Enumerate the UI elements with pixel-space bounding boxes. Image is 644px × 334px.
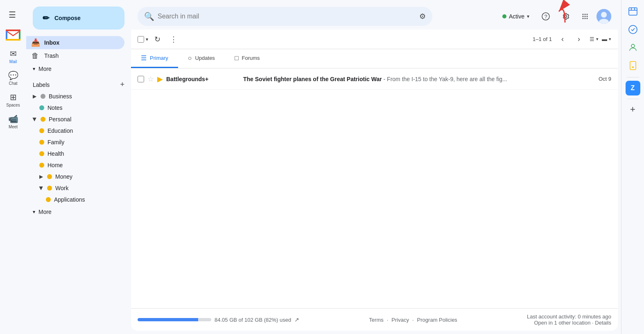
mail-icon: ✉ bbox=[8, 49, 18, 59]
nav-inbox[interactable]: 📥 Inbox bbox=[26, 36, 124, 49]
label-color-dot bbox=[41, 94, 45, 99]
label-work[interactable]: ▶ Work bbox=[26, 182, 124, 194]
terms-link[interactable]: Terms bbox=[369, 317, 383, 323]
label-home[interactable]: Home bbox=[26, 159, 124, 171]
nav-trash[interactable]: 🗑 Trash bbox=[26, 49, 124, 62]
expand-arrow-icon: ▶ bbox=[38, 186, 44, 190]
view-toggle[interactable]: ☰ ▾ bbox=[590, 36, 599, 42]
pagination-nav: ‹ › bbox=[555, 32, 586, 47]
calendar-app-icon[interactable] bbox=[625, 3, 641, 20]
email-sender: Battlegrounds+ bbox=[166, 76, 240, 82]
topbar-right: Active ▾ ? bbox=[497, 8, 611, 25]
label-notes[interactable]: Notes bbox=[26, 102, 124, 114]
keep-app-icon[interactable] bbox=[625, 57, 641, 74]
compose-button[interactable]: ✏ Compose bbox=[33, 7, 124, 30]
label-applications[interactable]: Applications bbox=[26, 194, 124, 205]
next-page-button[interactable]: › bbox=[572, 32, 586, 47]
sidebar-icons-panel: ☰ ✉ Mail 💬 Chat ⊞ Spaces 📹 Meet bbox=[0, 0, 26, 334]
search-input[interactable] bbox=[158, 13, 416, 20]
add-label-button[interactable]: + bbox=[120, 80, 124, 89]
tab-updates[interactable]: ○ Updates bbox=[178, 49, 225, 68]
apps-button[interactable] bbox=[577, 8, 593, 25]
labels-section: Labels + ▶ Business Notes ▶ Personal Edu… bbox=[26, 75, 131, 222]
gmail-logo-icon bbox=[6, 30, 20, 41]
expand-arrow-icon: ▶ bbox=[33, 93, 36, 99]
contacts-app-icon[interactable] bbox=[625, 39, 641, 56]
email-snippet: - From the I-15 to the Yak-9, here are a… bbox=[384, 76, 507, 82]
density-chevron-icon: ▾ bbox=[609, 36, 611, 42]
sidebar-icon-meet[interactable]: 📹 Meet bbox=[0, 111, 26, 132]
svg-point-8 bbox=[585, 14, 586, 15]
privacy-link[interactable]: Privacy bbox=[391, 317, 409, 323]
email-subject-snippet: The Soviet fighter planes of the Great P… bbox=[243, 76, 595, 82]
refresh-button[interactable]: ↻ bbox=[150, 32, 165, 47]
nav-more[interactable]: ▾ More bbox=[26, 62, 131, 75]
email-row[interactable]: ☆ ▶ Battlegrounds+ The Soviet fighter pl… bbox=[131, 68, 618, 90]
label-color-dot bbox=[41, 117, 45, 122]
compose-icon: ✏ bbox=[43, 13, 50, 23]
user-avatar[interactable] bbox=[597, 9, 611, 24]
svg-point-9 bbox=[587, 14, 588, 15]
meet-icon: 📹 bbox=[8, 114, 18, 124]
label-color-dot bbox=[47, 186, 52, 191]
storage-link-icon[interactable]: ↗ bbox=[294, 316, 299, 323]
tab-forums[interactable]: □ Forums bbox=[225, 49, 270, 68]
svg-point-12 bbox=[587, 16, 588, 17]
search-bar[interactable]: 🔍 ⚙ bbox=[138, 7, 432, 26]
keep-icon bbox=[628, 61, 638, 70]
svg-rect-19 bbox=[629, 8, 637, 15]
label-color-dot bbox=[39, 140, 44, 145]
sidebar-icon-chat[interactable]: 💬 Chat bbox=[0, 67, 26, 89]
svg-rect-2 bbox=[19, 31, 20, 40]
star-icon[interactable]: ☆ bbox=[147, 75, 154, 84]
active-chevron-icon: ▾ bbox=[527, 14, 529, 19]
select-all-checkbox[interactable] bbox=[138, 36, 144, 43]
sidebar-icon-spaces[interactable]: ⊞ Spaces bbox=[0, 89, 26, 111]
email-checkbox[interactable] bbox=[138, 76, 144, 82]
storage-section: 84.05 GB of 102 GB (82%) used ↗ bbox=[138, 316, 299, 323]
tasks-app-icon[interactable] bbox=[625, 21, 641, 38]
search-options-icon[interactable]: ⚙ bbox=[419, 12, 426, 21]
sidebar-icon-mail[interactable]: ✉ Mail bbox=[0, 45, 26, 67]
topbar: 🔍 ⚙ Active ▾ ? bbox=[131, 3, 618, 30]
label-education[interactable]: Education bbox=[26, 125, 124, 136]
main-content: 🔍 ⚙ Active ▾ ? bbox=[131, 3, 618, 331]
avatar-image bbox=[597, 9, 611, 24]
label-money[interactable]: ▶ Money bbox=[26, 171, 124, 182]
zoom-app-icon[interactable]: Z bbox=[626, 81, 640, 95]
tab-primary[interactable]: ☰ Primary bbox=[131, 49, 178, 68]
label-personal[interactable]: ▶ Personal bbox=[26, 114, 124, 125]
help-button[interactable]: ? bbox=[538, 8, 554, 25]
label-family[interactable]: Family bbox=[26, 136, 124, 148]
label-business[interactable]: ▶ Business bbox=[26, 91, 124, 102]
active-status[interactable]: Active ▾ bbox=[497, 11, 534, 21]
labels-more[interactable]: ▾ More bbox=[26, 205, 131, 218]
settings-button[interactable] bbox=[557, 8, 574, 25]
prev-page-button[interactable]: ‹ bbox=[555, 32, 570, 47]
toolbar-row: ▾ ↻ ⋮ 1–1 of 1 ‹ › ☰ ▾ ▬ bbox=[131, 30, 618, 49]
label-color-dot bbox=[39, 105, 44, 110]
important-icon[interactable]: ▶ bbox=[157, 75, 163, 84]
label-health[interactable]: Health bbox=[26, 148, 124, 159]
forums-tab-icon: □ bbox=[235, 55, 239, 62]
program-policies-link[interactable]: Program Policies bbox=[417, 317, 457, 323]
more-options-button[interactable]: ⋮ bbox=[166, 32, 181, 47]
label-color-dot bbox=[39, 163, 44, 168]
svg-rect-25 bbox=[630, 61, 636, 70]
primary-tab-icon: ☰ bbox=[141, 54, 147, 62]
svg-rect-4 bbox=[6, 39, 20, 41]
main-footer: 84.05 GB of 102 GB (82%) used ↗ Terms · … bbox=[131, 308, 618, 331]
view-chevron-icon: ▾ bbox=[596, 36, 599, 42]
apps-panel: Z + bbox=[621, 0, 644, 334]
email-subject: The Soviet fighter planes of the Great P… bbox=[243, 76, 382, 82]
contacts-icon bbox=[628, 43, 638, 52]
add-app-button[interactable]: + bbox=[630, 104, 635, 115]
svg-point-15 bbox=[587, 18, 588, 19]
storage-bar bbox=[138, 318, 211, 321]
active-dot bbox=[502, 14, 506, 18]
select-dropdown-icon[interactable]: ▾ bbox=[146, 36, 148, 42]
density-toggle[interactable]: ▬ ▾ bbox=[602, 36, 611, 42]
list-view-icon: ☰ bbox=[590, 36, 594, 42]
search-icon: 🔍 bbox=[144, 11, 154, 21]
hamburger-menu[interactable]: ☰ bbox=[5, 7, 19, 23]
